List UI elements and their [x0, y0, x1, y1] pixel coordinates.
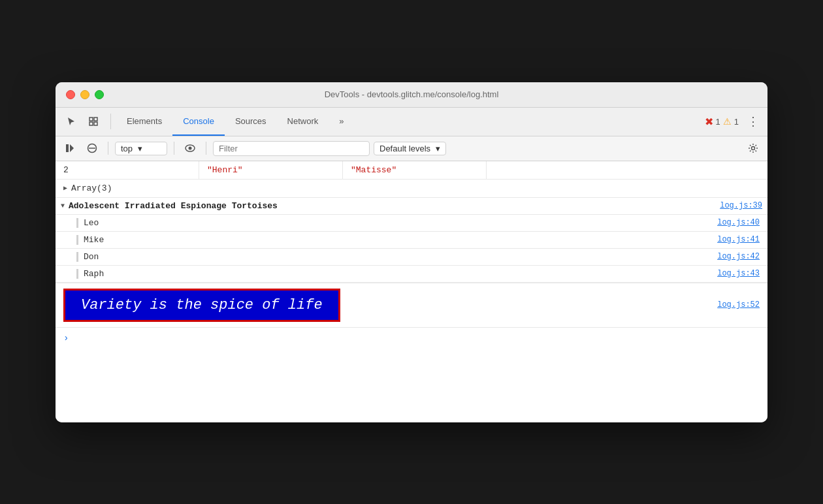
styled-text: Variety is the spice of life: [81, 297, 323, 313]
close-button[interactable]: [66, 90, 75, 99]
tab-list: Elements Console Sources Network »: [116, 107, 705, 136]
indent-line: [76, 235, 78, 245]
title-bar: DevTools - devtools.glitch.me/console/lo…: [56, 82, 767, 108]
styled-text-block: Variety is the spice of life: [63, 289, 340, 322]
clear-console-button[interactable]: [83, 139, 101, 157]
tab-more[interactable]: »: [329, 107, 354, 136]
entry-label-0: Leo: [84, 218, 717, 228]
array-label: Array(3): [71, 183, 112, 193]
eye-icon-btn[interactable]: [181, 139, 199, 157]
error-icon: ✖: [705, 116, 713, 128]
context-value: top: [121, 144, 133, 153]
list-item: Don log.js:42: [56, 249, 767, 266]
entry-source-2[interactable]: log.js:42: [717, 252, 760, 261]
toolbar-divider-1: [108, 142, 108, 155]
tab-network[interactable]: Network: [277, 107, 329, 136]
console-output: 2 "Henri" "Matisse" ▶ Array(3) ▼ Adolesc…: [56, 161, 767, 422]
inspect-icon-btn[interactable]: [83, 111, 104, 132]
indent-line: [76, 218, 78, 228]
indent-line: [76, 269, 78, 279]
table-cell-empty: [487, 161, 767, 179]
traffic-lights: [66, 90, 104, 99]
group-source-link[interactable]: log.js:39: [720, 201, 762, 210]
tabs-right: ✖ 1 ⚠ 1 ⋮: [705, 112, 762, 131]
toolbar-divider-2: [174, 142, 174, 155]
minimize-button[interactable]: [80, 90, 89, 99]
chevron-down-icon-2: ▾: [436, 144, 440, 153]
settings-button[interactable]: [744, 139, 762, 157]
toolbar-divider-3: [206, 142, 206, 155]
entry-source-3[interactable]: log.js:43: [717, 269, 760, 278]
console-prompt: ›: [56, 328, 767, 349]
group-header[interactable]: ▼ Adolescent Irradiated Espionage Tortoi…: [56, 198, 767, 215]
tab-console[interactable]: Console: [172, 107, 225, 136]
tabs-row: Elements Console Sources Network » ✖ 1 ⚠…: [56, 108, 767, 136]
levels-label: Default levels: [379, 144, 430, 153]
context-selector[interactable]: top ▾: [115, 142, 167, 155]
list-item: Raph log.js:43: [56, 266, 767, 283]
indent-line: [76, 252, 78, 262]
entry-source-0[interactable]: log.js:40: [717, 218, 760, 227]
prompt-arrow-icon[interactable]: ›: [63, 333, 69, 343]
svg-marker-5: [70, 144, 74, 152]
cursor-icon-btn[interactable]: [61, 111, 82, 132]
list-item: Leo log.js:40: [56, 215, 767, 232]
group-toggle-icon: ▼: [61, 202, 65, 210]
kebab-menu-button[interactable]: ⋮: [744, 112, 762, 131]
devtools-window: DevTools - devtools.glitch.me/console/lo…: [56, 82, 767, 422]
console-toolbar: top ▾ Default levels ▾: [56, 136, 767, 161]
table-row: 2 "Henri" "Matisse": [56, 161, 767, 180]
error-count: 1: [716, 117, 720, 127]
level-selector[interactable]: Default levels ▾: [374, 142, 446, 155]
svg-rect-2: [89, 122, 93, 125]
tab-elements[interactable]: Elements: [116, 107, 172, 136]
table-cell-last: "Matisse": [343, 161, 487, 179]
entry-label-1: Mike: [84, 235, 717, 245]
group-label: Adolescent Irradiated Espionage Tortoise…: [69, 201, 720, 211]
tab-divider-1: [110, 114, 111, 129]
warning-count: 1: [734, 117, 739, 127]
error-badge: ✖ 1 ⚠ 1: [705, 116, 739, 128]
filter-input[interactable]: [213, 141, 370, 156]
log-group: ▼ Adolescent Irradiated Espionage Tortoi…: [56, 198, 767, 283]
entry-label-3: Raph: [84, 269, 717, 279]
table-cell-index: 2: [56, 161, 199, 179]
play-button[interactable]: [61, 139, 79, 157]
svg-point-10: [752, 147, 755, 150]
svg-rect-0: [89, 118, 93, 121]
entry-source-1[interactable]: log.js:41: [717, 235, 760, 244]
array-row: ▶ Array(3): [56, 180, 767, 198]
svg-rect-3: [94, 122, 97, 125]
list-item: Mike log.js:41: [56, 232, 767, 249]
tab-sources[interactable]: Sources: [225, 107, 277, 136]
entry-label-2: Don: [84, 252, 717, 262]
styled-output-row: Variety is the spice of life log.js:52: [56, 283, 767, 328]
svg-rect-1: [94, 118, 97, 121]
table-cell-first: "Henri": [199, 161, 343, 179]
svg-rect-4: [66, 144, 69, 152]
warning-icon: ⚠: [723, 116, 732, 127]
maximize-button[interactable]: [95, 90, 104, 99]
svg-point-9: [189, 147, 192, 150]
styled-source-link[interactable]: log.js:52: [717, 300, 760, 309]
expand-arrow-icon[interactable]: ▶: [63, 184, 67, 192]
chevron-down-icon: ▾: [138, 144, 142, 153]
window-title: DevTools - devtools.glitch.me/console/lo…: [325, 89, 499, 99]
